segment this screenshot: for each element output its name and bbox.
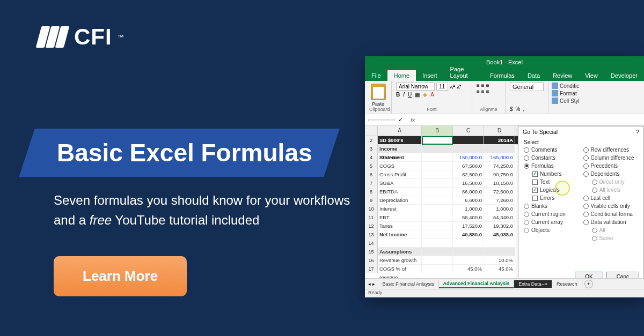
cell[interactable] [422,145,453,153]
cell[interactable] [422,162,453,170]
goto-option-precedents[interactable]: Precedents [583,163,639,169]
goto-option-column-difference[interactable]: Column difference [583,155,639,161]
ribbon-tab-home[interactable]: Home [387,70,416,81]
border-icon[interactable]: ▦ [415,92,420,98]
decrease-font-icon[interactable]: A▾ [457,84,462,90]
cell[interactable]: 58,400.0 [453,213,484,222]
align-top-icon[interactable]: ≡ [477,83,480,88]
goto-option-conditional-forma[interactable]: Conditional forma [583,211,639,217]
cell[interactable] [422,170,453,179]
cell[interactable]: EBITDA [378,188,422,196]
cell[interactable] [422,230,453,239]
cell[interactable]: Gross Profit [378,170,422,179]
cell[interactable] [422,222,453,230]
cell[interactable] [422,213,453,222]
cell[interactable]: COGS % of revenue [378,265,422,273]
cell[interactable]: Depreciation [378,196,422,205]
dialog-help-icon[interactable]: ? [636,129,639,135]
cell[interactable]: 45,038.0 [484,230,515,239]
goto-option-dependents[interactable]: Dependents [583,171,639,177]
sheet-tab[interactable]: Research [552,280,582,288]
bold-button[interactable]: B [396,92,400,98]
align-left-icon[interactable]: ≡ [477,88,480,94]
row-number[interactable]: 12 [365,222,378,230]
cell[interactable]: Interest [378,205,422,213]
font-color-icon[interactable]: A [430,92,434,98]
cell[interactable] [422,239,453,248]
cell[interactable]: Assumptions [378,248,422,256]
cell[interactable]: 17,520.0 [453,222,484,230]
column-header-d[interactable]: D [484,126,515,136]
cell[interactable] [453,256,484,265]
select-all-corner[interactable] [365,126,378,136]
cell[interactable]: Net Income [378,230,422,239]
sheet-tab[interactable]: Advanced Financial Anlaysis [439,280,515,288]
goto-option-blanks[interactable]: Blanks [524,203,579,209]
cell[interactable]: 1,000.0 [453,205,484,213]
goto-option-constants[interactable]: Constants [524,155,579,161]
cell[interactable]: SD $000's [378,136,422,145]
ribbon-tab-page-layout[interactable]: Page Layout [444,64,484,81]
column-header-a[interactable]: A [378,126,422,136]
goto-option-current-array[interactable]: Current array [524,219,579,225]
add-sheet-button[interactable]: + [584,280,593,288]
goto-option-visible-cells-only[interactable]: Visible cells only [583,203,639,209]
cell[interactable]: 67,500.0 [453,162,484,170]
cell[interactable] [453,136,484,145]
sheet-tab[interactable]: Extra Data--> [514,280,552,288]
cell[interactable]: 10.0% [484,256,515,265]
fill-color-icon[interactable]: ◆ [423,92,427,98]
row-number[interactable]: 7 [365,179,378,188]
cell[interactable]: 82,500.0 [453,170,484,179]
goto-option-logicals[interactable]: Logicals [532,187,579,193]
cell[interactable]: COGS [378,162,422,170]
row-number[interactable]: 14 [365,239,378,248]
goto-option-data-validation[interactable]: Data validation [583,219,639,225]
cell[interactable]: SG&A [378,179,422,188]
cell[interactable]: 40,880.0 [453,230,484,239]
increase-font-icon[interactable]: A▴ [450,83,455,90]
cell[interactable]: 64,340.0 [484,213,515,222]
align-bot-icon[interactable]: ≡ [486,83,489,88]
font-name-select[interactable]: Arial Narrow [396,83,435,91]
cell-styles-icon[interactable] [552,98,558,104]
cell-selected[interactable] [422,136,453,145]
row-number[interactable]: 10 [365,205,378,213]
goto-option-comments[interactable]: Comments [524,147,579,153]
cell[interactable] [422,248,453,256]
cell[interactable] [484,145,515,153]
ribbon-tab-view[interactable]: View [579,70,604,81]
cell[interactable] [484,248,515,256]
goto-option-objects[interactable]: Objects [524,227,579,233]
cell[interactable] [422,205,453,213]
cell[interactable]: 7,260.0 [484,196,515,205]
cell[interactable]: Income Statement [378,145,422,153]
learn-more-button[interactable]: Learn More [54,256,187,296]
ribbon-tab-insert[interactable]: Insert [416,70,444,81]
format-table-icon[interactable] [552,90,558,96]
fx-label[interactable]: fx [411,117,415,123]
cell[interactable] [422,256,453,265]
cell[interactable]: 74,250.0 [484,162,515,170]
goto-option-errors[interactable]: Errors [532,195,579,201]
ribbon-tab-review[interactable]: Review [546,70,579,81]
cell[interactable]: Revenue [378,153,422,162]
cell[interactable] [453,239,484,248]
cell[interactable] [422,265,453,273]
goto-option-formulas[interactable]: Formulas [524,163,579,169]
goto-option-row-differences[interactable]: Row differences [583,147,639,153]
paste-icon[interactable] [371,84,386,100]
cell[interactable]: 1,000.0 [484,205,515,213]
cell[interactable] [484,239,515,248]
row-number[interactable]: 15 [365,248,378,256]
align-mid-icon[interactable]: ≡ [481,83,485,88]
italic-button[interactable]: I [403,92,405,98]
align-center-icon[interactable]: ≡ [481,88,485,94]
column-header-b[interactable]: B [422,126,453,136]
cell[interactable]: 150,000.0 [453,153,484,162]
row-number[interactable]: 11 [365,213,378,222]
sheet-nav-icon[interactable]: ◂ ▸ [365,281,378,287]
row-number[interactable]: 4 [365,153,378,162]
cell[interactable] [378,239,422,248]
cell[interactable]: 16,500.0 [453,179,484,188]
